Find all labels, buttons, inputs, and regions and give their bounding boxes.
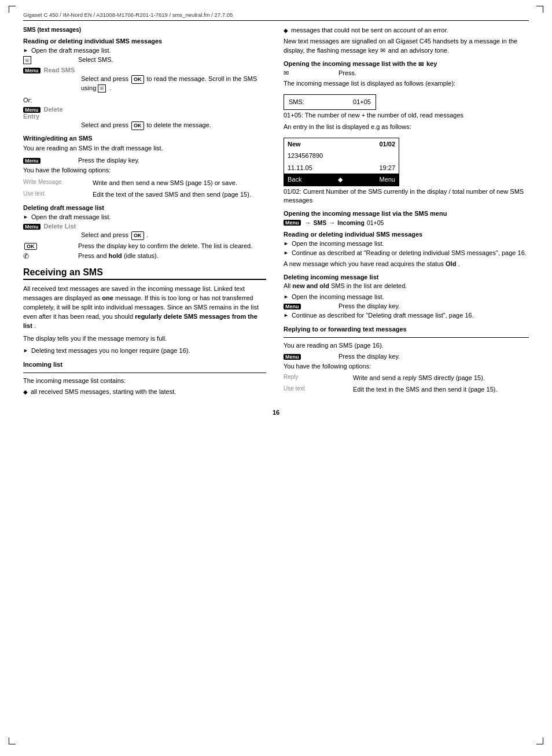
bullet-continue-del: ► Continue as described for "Deleting dr… — [284, 312, 529, 319]
lcd-value: 01+05 — [353, 97, 371, 107]
receiving-para2: The display tells you if the message mem… — [23, 334, 266, 344]
lcd-new-label: New — [288, 139, 301, 149]
bullet-open-draft: ► Open the draft message list. — [23, 47, 266, 54]
old-status-text: Old — [446, 260, 456, 267]
bullet-messages-error-text: messages that could not be sent on accou… — [291, 27, 448, 34]
triangle-icon-5: ► — [284, 250, 289, 256]
replying-forwarding-heading: Replying to or forwarding text messages — [284, 326, 529, 338]
lcd-display-1: SMS: 01+05 — [284, 94, 376, 110]
corner-mark-tl — [9, 6, 16, 13]
lcd-date: 11.11.05 — [288, 163, 312, 173]
options-intro: You have the following options: — [23, 166, 266, 175]
delete-list-label: Delete List — [44, 223, 76, 230]
ok-confirm-desc: Press the display key to confirm the del… — [78, 242, 252, 249]
press-display-del-text: Press the display key. — [338, 303, 400, 309]
lcd-footnote: 01+05: The number of new + the number of… — [284, 111, 529, 120]
lcd-count: 01/02 — [379, 139, 395, 149]
read-sms-desc: Select and press OK to read the message.… — [81, 75, 266, 93]
menu-press-display: Menu Press the display key. — [23, 157, 266, 164]
bullet-deleting-req: ► Deleting text messages you no longer r… — [23, 347, 266, 354]
mail-icon-cell: ✉ — [284, 69, 338, 78]
mail-icon-press: ✉ — [284, 69, 289, 77]
write-message-desc: Write and then send a new SMS (page 15) … — [93, 179, 266, 188]
triangle-icon-4: ► — [284, 241, 289, 246]
corner-mark-tr — [536, 6, 543, 13]
triangle-icon: ► — [23, 47, 28, 53]
bullet-open-incoming-del: ► Open the incoming message list. — [284, 293, 529, 300]
end-call-desc: Press and hold (idle status). — [78, 252, 159, 259]
lcd-footnote-2: 01/02: Current Number of the SMS current… — [284, 187, 529, 206]
header-text: Gigaset C 450 / IM-Nord EN / A31008-M170… — [23, 12, 233, 18]
write-message-row: Write Message Write and then send a new … — [23, 179, 266, 188]
reply-options-intro: You have the following options: — [284, 362, 529, 371]
end-call-row: ✆ Press and hold (idle status). — [23, 252, 266, 260]
ok-badge-read: OK — [131, 75, 144, 84]
reply-use-text-label: Use text — [284, 385, 353, 394]
menu-badge: Menu — [23, 68, 41, 73]
bullet-continue-del-text: Continue as described for "Deleting draf… — [292, 312, 474, 319]
triangle-icon-7: ► — [284, 312, 289, 318]
icon-select-sms: ☏ Select SMS. — [23, 56, 266, 64]
mail-press-row: ✉ Press. — [284, 69, 529, 78]
ok-confirm-row: OK Press the display key to confirm the … — [23, 242, 266, 250]
lcd-entry-row-1: New 01/02 — [284, 138, 399, 150]
menu-badge-writing-cell: Menu — [23, 157, 78, 164]
deleting-incoming-heading: Deleting incoming message list — [284, 274, 529, 281]
count-label: 01+05 — [367, 219, 384, 226]
menu-delete-badge-cell: Menu Delete Entry — [23, 106, 78, 120]
new-message-para: A new message which you have read acquir… — [284, 260, 529, 269]
reply-use-text-row: Use text Edit the text in the SMS and th… — [284, 385, 529, 394]
menu-badge-2: Menu — [23, 107, 41, 113]
mail-icon-heading: ✉ — [418, 61, 424, 68]
bullet-open-draft-text: Open the draft message list. — [31, 47, 111, 54]
bullet-all-received-text: all received SMS messages, starting with… — [31, 388, 176, 395]
phone-icon: ☏ — [23, 56, 31, 64]
menu-badge-writing: Menu — [23, 158, 41, 164]
incoming-list-divider — [23, 373, 266, 373]
sms-path-label: SMS — [314, 219, 327, 226]
reading-deleting-heading: Reading or deleting individual SMS messa… — [23, 38, 266, 45]
lcd-entry-display: New 01/02 1234567890 11.11.05 19:27 Back… — [284, 138, 399, 186]
incoming-path-label: Incoming — [337, 219, 365, 226]
reply-use-text-desc: Edit the text in the SMS and then send i… — [353, 385, 529, 394]
select-sms-text: Select SMS. — [78, 56, 113, 63]
lcd-row-1: SMS: 01+05 — [289, 97, 371, 107]
bullet-open-draft-del: ► Open the draft message list. — [23, 213, 266, 220]
receiving-para1: All received text messages are saved in … — [23, 285, 266, 331]
reply-row: Reply Write and send a reply SMS directl… — [284, 374, 529, 383]
menu-delete-list-badge-cell: Menu Delete List — [23, 223, 78, 230]
end-icon-cell: ✆ — [23, 252, 78, 260]
lcd-entry-row-4: Back ◆ Menu — [284, 174, 399, 186]
press-display-text: Press the display key. — [78, 157, 139, 164]
right-column: ◆ messages that could not be sent on acc… — [284, 27, 529, 397]
menu-badge-sms: Menu — [284, 220, 301, 226]
bullet-all-received: ◆ all received SMS messages, starting wi… — [23, 388, 266, 395]
menu-delete-entry-row: Menu Delete Entry — [23, 106, 266, 120]
mail-icon-inline: ✉ — [380, 46, 385, 56]
opening-via-menu-heading: Opening the incoming message list via th… — [284, 210, 529, 217]
menu-badge-cell: Menu Read SMS — [23, 67, 78, 73]
reading-del-individual-heading: Reading or deleting individual SMS messa… — [284, 231, 529, 238]
menu-badge-3: Menu — [23, 224, 41, 230]
content-area: SMS (text messages) Reading or deleting … — [23, 27, 529, 397]
triangle-icon-6: ► — [284, 294, 289, 300]
reply-label: Reply — [284, 374, 353, 383]
use-text-label: Use text — [23, 190, 93, 200]
bullet-open-draft-del-text: Open the draft message list. — [31, 213, 111, 220]
replying-desc: You are reading an SMS (page 16). — [284, 341, 529, 351]
section-label: SMS (text messages) — [23, 27, 266, 33]
lcd-phone-number: 1234567890 — [288, 151, 323, 161]
entry-para: An entry in the list is displayed e.g as… — [284, 123, 529, 132]
writing-editing-heading: Writing/editing an SMS — [23, 135, 266, 142]
lcd-entry-row-2: 1234567890 — [284, 150, 399, 162]
lcd-menu: Menu — [379, 175, 395, 185]
diamond-icon-2: ◆ — [284, 27, 288, 34]
press-display-reply-text: Press the display key. — [338, 353, 400, 360]
new-text-para: New text messages are signalled on all G… — [284, 37, 529, 56]
ok-badge-confirm: OK — [24, 243, 37, 250]
bullet-continue-text: Continue as described at "Reading or del… — [292, 249, 527, 256]
page-header: Gigaset C 450 / IM-Nord EN / A31008-M170… — [23, 12, 529, 21]
incoming-list-desc: The incoming message list contains: — [23, 377, 266, 386]
bullet-open-incoming-del-text: Open the incoming message list. — [292, 293, 384, 300]
page: Gigaset C 450 / IM-Nord EN / A31008-M170… — [0, 0, 552, 756]
